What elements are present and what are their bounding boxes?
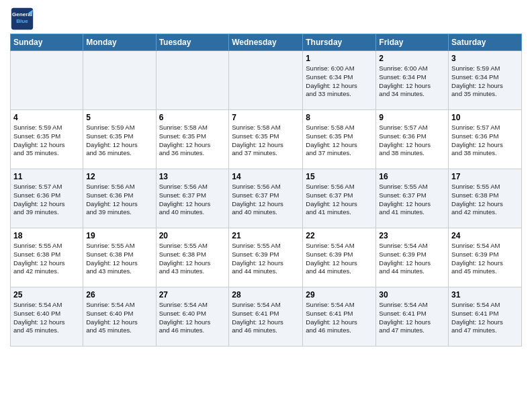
day-info: Sunrise: 5:56 AM Sunset: 6:37 PM Dayligh… [159, 183, 226, 217]
calendar-cell: 19Sunrise: 5:55 AM Sunset: 6:38 PM Dayli… [83, 228, 156, 287]
day-number: 26 [86, 290, 152, 300]
logo: General Blue [10, 7, 34, 31]
calendar-cell: 25Sunrise: 5:54 AM Sunset: 6:40 PM Dayli… [11, 287, 83, 347]
calendar-cell: 20Sunrise: 5:55 AM Sunset: 6:38 PM Dayli… [156, 228, 229, 287]
calendar-body: 1Sunrise: 6:00 AM Sunset: 6:34 PM Daylig… [11, 51, 522, 347]
day-info: Sunrise: 5:54 AM Sunset: 6:39 PM Dayligh… [306, 242, 373, 276]
calendar-cell: 15Sunrise: 5:56 AM Sunset: 6:37 PM Dayli… [303, 169, 376, 228]
day-number: 15 [306, 172, 373, 181]
day-info: Sunrise: 5:59 AM Sunset: 6:35 PM Dayligh… [86, 124, 152, 158]
calendar-cell: 31Sunrise: 5:54 AM Sunset: 6:41 PM Dayli… [449, 287, 522, 347]
day-info: Sunrise: 5:57 AM Sunset: 6:36 PM Dayligh… [451, 124, 519, 158]
day-info: Sunrise: 5:54 AM Sunset: 6:40 PM Dayligh… [159, 301, 226, 335]
day-number: 18 [13, 231, 80, 240]
day-number: 28 [232, 290, 300, 300]
day-number: 20 [159, 231, 226, 240]
day-number: 19 [86, 231, 152, 240]
svg-text:Blue: Blue [16, 18, 28, 24]
day-info: Sunrise: 5:56 AM Sunset: 6:37 PM Dayligh… [232, 183, 300, 217]
day-info: Sunrise: 5:59 AM Sunset: 6:35 PM Dayligh… [13, 124, 80, 158]
day-number: 29 [306, 290, 373, 300]
day-number: 8 [306, 113, 373, 122]
calendar-cell: 14Sunrise: 5:56 AM Sunset: 6:37 PM Dayli… [229, 169, 303, 228]
day-number: 27 [159, 290, 226, 300]
day-number: 23 [379, 231, 445, 240]
day-info: Sunrise: 6:00 AM Sunset: 6:34 PM Dayligh… [379, 64, 445, 99]
week-row-2: 4Sunrise: 5:59 AM Sunset: 6:35 PM Daylig… [11, 110, 522, 169]
day-info: Sunrise: 5:55 AM Sunset: 6:38 PM Dayligh… [13, 242, 80, 276]
calendar-cell: 1Sunrise: 6:00 AM Sunset: 6:34 PM Daylig… [303, 51, 376, 110]
calendar-cell: 9Sunrise: 5:57 AM Sunset: 6:36 PM Daylig… [376, 110, 449, 169]
calendar-cell: 23Sunrise: 5:54 AM Sunset: 6:39 PM Dayli… [376, 228, 449, 287]
week-row-3: 11Sunrise: 5:57 AM Sunset: 6:36 PM Dayli… [11, 169, 522, 228]
day-info: Sunrise: 5:57 AM Sunset: 6:36 PM Dayligh… [379, 124, 445, 158]
day-info: Sunrise: 5:55 AM Sunset: 6:37 PM Dayligh… [379, 183, 445, 217]
week-row-1: 1Sunrise: 6:00 AM Sunset: 6:34 PM Daylig… [11, 51, 522, 110]
day-number: 21 [232, 231, 300, 240]
day-info: Sunrise: 5:55 AM Sunset: 6:39 PM Dayligh… [232, 242, 300, 276]
day-info: Sunrise: 5:54 AM Sunset: 6:41 PM Dayligh… [379, 301, 445, 335]
calendar-cell: 28Sunrise: 5:54 AM Sunset: 6:41 PM Dayli… [229, 287, 303, 347]
day-number: 6 [159, 113, 226, 122]
calendar-cell: 22Sunrise: 5:54 AM Sunset: 6:39 PM Dayli… [303, 228, 376, 287]
calendar-header-wednesday: Wednesday [229, 34, 303, 51]
calendar-cell: 8Sunrise: 5:58 AM Sunset: 6:35 PM Daylig… [303, 110, 376, 169]
day-info: Sunrise: 5:54 AM Sunset: 6:41 PM Dayligh… [451, 301, 519, 335]
calendar-header-tuesday: Tuesday [156, 34, 229, 51]
day-number: 22 [306, 231, 373, 240]
calendar-cell: 26Sunrise: 5:54 AM Sunset: 6:40 PM Dayli… [83, 287, 156, 347]
calendar-cell: 27Sunrise: 5:54 AM Sunset: 6:40 PM Dayli… [156, 287, 229, 347]
calendar-header-saturday: Saturday [449, 34, 522, 51]
calendar-cell [156, 51, 229, 110]
calendar-cell: 16Sunrise: 5:55 AM Sunset: 6:37 PM Dayli… [376, 169, 449, 228]
day-number: 3 [451, 54, 519, 63]
calendar-cell: 2Sunrise: 6:00 AM Sunset: 6:34 PM Daylig… [376, 51, 449, 110]
day-info: Sunrise: 5:54 AM Sunset: 6:39 PM Dayligh… [379, 242, 445, 276]
calendar-header-thursday: Thursday [303, 34, 376, 51]
calendar-cell: 12Sunrise: 5:56 AM Sunset: 6:36 PM Dayli… [83, 169, 156, 228]
day-number: 17 [451, 172, 519, 181]
logo-icon: General Blue [10, 7, 34, 31]
calendar-cell [11, 51, 83, 110]
day-number: 13 [159, 172, 226, 181]
day-info: Sunrise: 5:54 AM Sunset: 6:41 PM Dayligh… [306, 301, 373, 335]
day-info: Sunrise: 5:56 AM Sunset: 6:37 PM Dayligh… [306, 183, 373, 217]
calendar-cell: 17Sunrise: 5:55 AM Sunset: 6:38 PM Dayli… [449, 169, 522, 228]
day-number: 11 [13, 172, 80, 181]
day-info: Sunrise: 5:54 AM Sunset: 6:39 PM Dayligh… [451, 242, 519, 276]
day-info: Sunrise: 5:59 AM Sunset: 6:34 PM Dayligh… [451, 64, 519, 99]
week-row-5: 25Sunrise: 5:54 AM Sunset: 6:40 PM Dayli… [11, 287, 522, 347]
day-info: Sunrise: 5:58 AM Sunset: 6:35 PM Dayligh… [232, 124, 300, 158]
day-info: Sunrise: 5:57 AM Sunset: 6:36 PM Dayligh… [13, 183, 80, 217]
calendar-header-monday: Monday [83, 34, 156, 51]
calendar-cell [229, 51, 303, 110]
day-number: 2 [379, 54, 445, 63]
day-number: 16 [379, 172, 445, 181]
calendar-header-sunday: Sunday [11, 34, 83, 51]
day-info: Sunrise: 5:55 AM Sunset: 6:38 PM Dayligh… [159, 242, 226, 276]
day-number: 12 [86, 172, 152, 181]
day-number: 5 [86, 113, 152, 122]
calendar-cell: 29Sunrise: 5:54 AM Sunset: 6:41 PM Dayli… [303, 287, 376, 347]
day-info: Sunrise: 5:56 AM Sunset: 6:36 PM Dayligh… [86, 183, 152, 217]
calendar-cell: 7Sunrise: 5:58 AM Sunset: 6:35 PM Daylig… [229, 110, 303, 169]
day-info: Sunrise: 5:54 AM Sunset: 6:41 PM Dayligh… [232, 301, 300, 335]
calendar-cell: 13Sunrise: 5:56 AM Sunset: 6:37 PM Dayli… [156, 169, 229, 228]
day-info: Sunrise: 5:55 AM Sunset: 6:38 PM Dayligh… [451, 183, 519, 217]
day-info: Sunrise: 5:54 AM Sunset: 6:40 PM Dayligh… [86, 301, 152, 335]
calendar-cell: 24Sunrise: 5:54 AM Sunset: 6:39 PM Dayli… [449, 228, 522, 287]
day-number: 9 [379, 113, 445, 122]
calendar-header-row: SundayMondayTuesdayWednesdayThursdayFrid… [11, 34, 522, 51]
calendar-cell: 6Sunrise: 5:58 AM Sunset: 6:35 PM Daylig… [156, 110, 229, 169]
calendar-table: SundayMondayTuesdayWednesdayThursdayFrid… [10, 34, 522, 347]
calendar-cell: 18Sunrise: 5:55 AM Sunset: 6:38 PM Dayli… [11, 228, 83, 287]
calendar-cell: 5Sunrise: 5:59 AM Sunset: 6:35 PM Daylig… [83, 110, 156, 169]
calendar-cell: 4Sunrise: 5:59 AM Sunset: 6:35 PM Daylig… [11, 110, 83, 169]
day-number: 24 [451, 231, 519, 240]
day-number: 4 [13, 113, 80, 122]
day-number: 30 [379, 290, 445, 300]
calendar-cell: 3Sunrise: 5:59 AM Sunset: 6:34 PM Daylig… [449, 51, 522, 110]
calendar-cell: 11Sunrise: 5:57 AM Sunset: 6:36 PM Dayli… [11, 169, 83, 228]
day-info: Sunrise: 5:58 AM Sunset: 6:35 PM Dayligh… [306, 124, 373, 158]
day-number: 10 [451, 113, 519, 122]
